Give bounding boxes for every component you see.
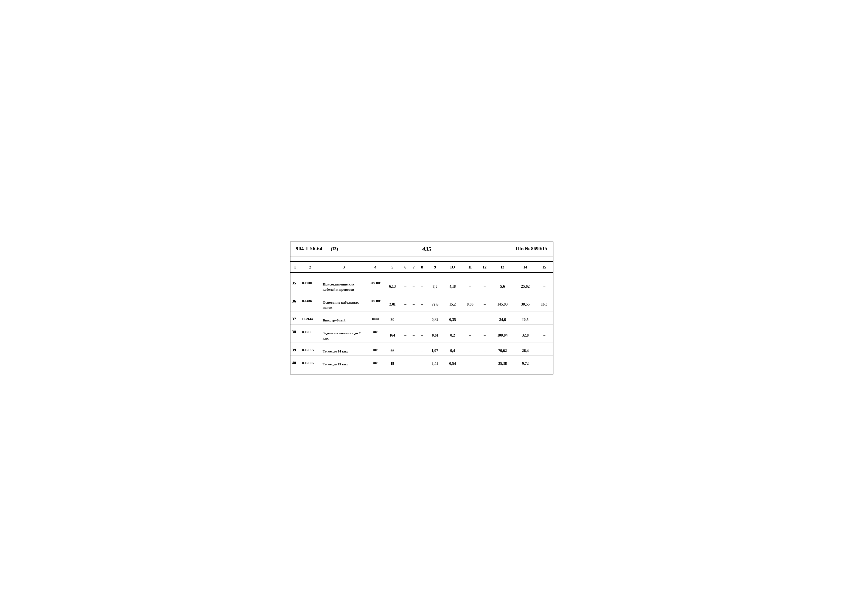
table-row: 36 8-I486 Основание кабельных полок 100 … [290, 297, 553, 312]
row-code: 8-I6I9Б [300, 359, 321, 368]
row-code: 8-I6I9 [300, 328, 321, 343]
row-unit: шт [367, 346, 384, 356]
col-header-8: 8 [418, 262, 426, 273]
row-col9: 4,I8 [444, 279, 462, 294]
row-col13: 9,72 [515, 359, 536, 368]
row-col10: – [462, 279, 479, 294]
col-header-1: I [290, 262, 300, 273]
row-col6: – [409, 297, 418, 312]
row-col7: – [418, 315, 426, 325]
header-code: 904-I-56.64 [296, 246, 323, 252]
row-description: Заделка алюминия до 7 ких [321, 328, 367, 343]
row-number: 40 [290, 359, 300, 368]
column-headers-row: I 2 3 4 5 6 7 8 9 IO II I2 I3 I4 I5 [290, 262, 553, 273]
row-col11: – [479, 279, 491, 294]
row-col9: 0,35 [444, 315, 462, 325]
row-col11: – [479, 359, 491, 368]
col-header-10: IO [444, 262, 462, 273]
row-col14: – [536, 328, 553, 343]
header: 904-I-56.64 (I3) 435 Шв № 8690/15 [290, 242, 553, 257]
row-col12: 70,62 [491, 346, 515, 356]
row-number: 39 [290, 346, 300, 356]
header-code2: (I3) [331, 246, 338, 252]
row-code: 8-I900 [300, 279, 321, 294]
row-col9: 0,54 [444, 359, 462, 368]
row-col10: – [462, 328, 479, 343]
row-col10: – [462, 359, 479, 368]
row-description: Основание кабельных полок [321, 297, 367, 312]
row-col13: 25,62 [515, 279, 536, 294]
col-header-2: 2 [300, 262, 321, 273]
row-col10: – [462, 315, 479, 325]
table-row: 39 8-I6I9А То же, до I4 ких шт 66 – – – … [290, 346, 553, 356]
row-col7: – [418, 279, 426, 294]
row-col9: 0,4 [444, 346, 462, 356]
col-header-12: I2 [479, 262, 491, 273]
page: 904-I-56.64 (I3) 435 Шв № 8690/15 I 2 3 … [290, 242, 553, 374]
row-unit: ввод [367, 315, 384, 325]
row-col6: – [409, 315, 418, 325]
row-col6: – [409, 346, 418, 356]
row-description: Ввод трубный [321, 315, 367, 325]
row-col4: 30 [384, 315, 401, 325]
row-description: Присоединение ких кабелей и проводов [321, 279, 367, 294]
row-col4: 2,0I [384, 297, 401, 312]
row-col5: – [401, 279, 409, 294]
row-code: II-2I44 [300, 315, 321, 325]
row-col14: – [536, 359, 553, 368]
table-row: 40 8-I6I9Б То же, до I9 ких шт I8 – – – … [290, 359, 553, 368]
row-number: 38 [290, 328, 300, 343]
row-col11: – [479, 346, 491, 356]
row-col11: – [479, 297, 491, 312]
col-header-9: 9 [426, 262, 444, 273]
col-header-5: 5 [384, 262, 401, 273]
row-col12: 5,6 [491, 279, 515, 294]
row-col13: I0,5 [515, 315, 536, 325]
row-number: 35 [290, 279, 300, 294]
header-inventory: Шв № 8690/15 [516, 246, 547, 252]
row-col6: – [409, 359, 418, 368]
table-row: 37 II-2I44 Ввод трубный ввод 30 – – – 0,… [290, 315, 553, 325]
col-header-15: I5 [536, 262, 553, 273]
row-col8: 7,8 [426, 279, 444, 294]
row-unit: шт [367, 328, 384, 343]
row-col11: – [479, 328, 491, 343]
row-col7: – [418, 346, 426, 356]
row-col12: I45,93 [491, 297, 515, 312]
row-col14: – [536, 315, 553, 325]
row-col7: – [418, 359, 426, 368]
col-header-11: II [462, 262, 479, 273]
col-header-14: I4 [515, 262, 536, 273]
table-row: 35 8-I900 Присоединение ких кабелей и пр… [290, 279, 553, 294]
row-col5: – [401, 359, 409, 368]
row-col8: I,07 [426, 346, 444, 356]
row-col14: – [536, 346, 553, 356]
row-col10: 8,36 [462, 297, 479, 312]
row-col12: 25,38 [491, 359, 515, 368]
row-col7: – [418, 297, 426, 312]
row-col8: 72,6 [426, 297, 444, 312]
row-col4: I64 [384, 328, 401, 343]
row-col12: I00,04 [491, 328, 515, 343]
col-header-13: I3 [491, 262, 515, 273]
row-col9: I5,2 [444, 297, 462, 312]
row-col5: – [401, 328, 409, 343]
row-col4: I8 [384, 359, 401, 368]
row-unit: шт [367, 359, 384, 368]
row-code: 8-I6I9А [300, 346, 321, 356]
row-col4: 6,13 [384, 279, 401, 294]
row-col11: – [479, 315, 491, 325]
row-col13: 32,8 [515, 328, 536, 343]
row-col8: 0,82 [426, 315, 444, 325]
table-row: 38 8-I6I9 Заделка алюминия до 7 ких шт I… [290, 328, 553, 343]
row-col14: – [536, 279, 553, 294]
row-number: 37 [290, 315, 300, 325]
row-code: 8-I486 [300, 297, 321, 312]
row-col9: 0,2 [444, 328, 462, 343]
col-header-6: 6 [401, 262, 409, 273]
col-header-7: 7 [409, 262, 418, 273]
row-col7: – [418, 328, 426, 343]
header-number: 435 [346, 245, 507, 252]
row-col13: 30,55 [515, 297, 536, 312]
row-description: То же, до I9 ких [321, 359, 367, 368]
